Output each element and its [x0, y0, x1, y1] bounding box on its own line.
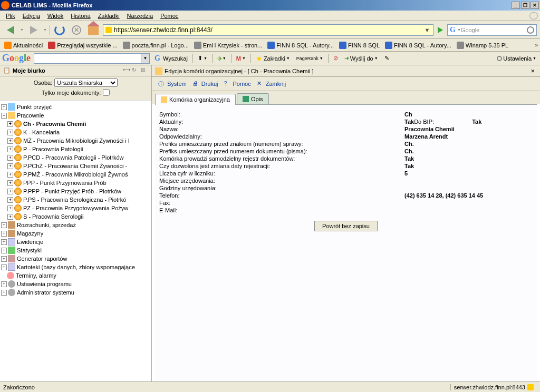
menu-tools[interactable]: Narzędzia [123, 12, 157, 20]
mydocs-checkbox[interactable] [103, 89, 110, 96]
tree-node[interactable]: P.PMŻ - Pracownia Mikrobiologii Żywnoś [23, 171, 128, 178]
gtb-share-button[interactable]: ⬗▼ [216, 55, 228, 62]
tree-node[interactable]: K - Kancelaria [23, 129, 60, 135]
tree-node[interactable]: Terminy, alarmy [16, 272, 56, 279]
bookmarks-bar: Aktualności Przeglądaj wszystkie ... poc… [0, 39, 540, 52]
tree-node[interactable]: P.PCD - Pracownia Patologii - Piotrków [23, 154, 124, 161]
tree-node[interactable]: P.PChŻ - Pracowania Chemii Żywności - [23, 163, 127, 169]
cash-icon [8, 221, 15, 229]
lock-icon [105, 27, 112, 33]
bookmark-item[interactable]: FINN 8 SQL [337, 41, 382, 50]
google-logo[interactable]: Google [2, 53, 31, 64]
orange-circle-icon [14, 171, 22, 178]
home-button[interactable] [86, 23, 101, 37]
tree-node[interactable]: Generator raportów [17, 256, 67, 262]
gtb-send-button[interactable]: ➜Wyślij do▼ [343, 55, 380, 62]
close-button[interactable]: ✕ [531, 2, 539, 9]
bookmark-item[interactable]: Przeglądaj wszystkie ... [46, 41, 119, 50]
tree-node[interactable]: PPP - Punkt Przyjmowania Prób [23, 180, 107, 186]
chart-icon [8, 247, 15, 254]
tree-node-selected[interactable]: Ch - Pracownia Chemii [23, 121, 86, 127]
panel-close-button[interactable]: × [528, 67, 537, 75]
label-symbol: Symbol: [159, 111, 404, 117]
doc-icon [8, 238, 15, 246]
tree-view[interactable]: +Punkt przyjęć −Pracownie +Ch - Pracowni… [0, 101, 151, 386]
tree-node[interactable]: Administrator systemu [17, 289, 74, 296]
menu-file[interactable]: Plik [2, 12, 19, 20]
winamp-icon [457, 42, 464, 49]
rss-icon [4, 42, 12, 49]
return-button[interactable]: Powrót bez zapisu [314, 221, 378, 231]
tree-node[interactable]: PZ - Pracownia Przygotowywania Pożyw [23, 205, 128, 211]
right-header: Edycja komórki organizacyjnej - [ Ch - P… [152, 65, 540, 77]
tree-node[interactable]: Rozrachunki, sprzedaż [17, 222, 76, 228]
gtb-up-button[interactable]: ⬆▼ [196, 55, 209, 62]
bookmark-item[interactable]: Winamp 5.35 PL [455, 41, 510, 50]
gtb-pagerank[interactable]: PageRank▼ [295, 56, 325, 61]
forward-button[interactable] [26, 23, 41, 37]
bookmark-item[interactable]: FINN 8 SQL - Autory... [383, 41, 454, 50]
go-button[interactable] [436, 25, 445, 35]
forward-dropdown[interactable]: ▼ [43, 28, 47, 32]
back-button[interactable] [3, 23, 18, 37]
tree-node[interactable]: Ustawienia programu [17, 281, 72, 287]
tree-node[interactable]: MŻ - Pracownia Mikrobiologii Żywności i … [23, 138, 130, 144]
url-bar[interactable]: https://serwer.zhwlodz.finn.pl:8443/ ▼ [103, 24, 433, 36]
bookmark-item[interactable]: Emi i Krzysiek - stron... [192, 41, 264, 50]
gtb-gmail-button[interactable]: M▼ [235, 55, 247, 62]
back-dropdown[interactable]: ▼ [20, 28, 24, 32]
bookmark-item[interactable]: FINN 8 SQL - Autory... [265, 41, 336, 50]
close-button[interactable]: ✕Zamknij [255, 79, 288, 89]
tree-node[interactable]: P.PPP - Punkt Przyjęć Prób - Piotrków [23, 188, 121, 194]
orange-circle-icon [14, 154, 22, 161]
gtb-bookmarks-button[interactable]: ★Zakładki▼ [254, 54, 292, 63]
menu-edit[interactable]: Edycja [19, 12, 44, 20]
gear-icon[interactable] [529, 12, 538, 19]
tree-node[interactable]: Pracownie [17, 112, 44, 119]
menu-view[interactable]: Widok [44, 12, 68, 20]
restore-button[interactable]: ❐ [521, 2, 529, 9]
tool-icon[interactable]: ↻ [132, 67, 139, 74]
search-box[interactable]: G▼ Google [447, 24, 537, 36]
print-button[interactable]: 🖨Drukuj [190, 79, 220, 89]
system-button[interactable]: ⓘSystem [156, 79, 189, 89]
tree-node[interactable]: S - Pracownia Serologii [23, 213, 83, 220]
bookmark-item[interactable]: Aktualności [2, 41, 45, 50]
google-toolbar: Google ▼ GWyszukaj ⬆▼ ⬗▼ M▼ ★Zakładki▼ P… [0, 52, 540, 65]
tab-description[interactable]: Opis [237, 93, 269, 104]
value-aktualny: Tak [404, 119, 414, 125]
tree-node[interactable]: Punkt przyjęć [17, 104, 52, 110]
gtb-highlight-button[interactable]: ✎ [383, 55, 391, 62]
titlebar: CELAB LIMS - Mozilla Firefox _ ❐ ✕ [0, 0, 540, 11]
mydocs-label: Tylko moje dokumenty: [42, 90, 101, 96]
tree-node[interactable]: Ewidencje [17, 239, 43, 245]
tree-node[interactable]: Magazyny [17, 230, 43, 237]
tab-org-unit[interactable]: Komórka organizacyjna [155, 94, 236, 105]
tool-icon[interactable]: ⟷ [123, 67, 130, 74]
bookmark-item[interactable]: poczta.finn.pl - Logo... [121, 41, 191, 50]
desk-icon: 📋 [3, 67, 11, 74]
tree-node[interactable]: P - Pracownia Patologii [23, 146, 83, 152]
bug-icon [48, 42, 55, 49]
search-icon[interactable] [527, 26, 534, 34]
details-form: Symbol:Ch Aktualny:TakDo BIP:Tak Nazwa:P… [159, 111, 533, 213]
gtb-settings-button[interactable]: Ustawienia▼ [495, 55, 538, 62]
menu-history[interactable]: Historia [67, 12, 94, 20]
url-dropdown[interactable]: ▼ [423, 27, 431, 33]
menu-bookmarks[interactable]: Zakładki [94, 12, 123, 20]
help-button[interactable]: ?Pomoc [221, 79, 253, 89]
gtb-block-button[interactable]: ⊘ [332, 55, 340, 62]
person-select[interactable]: Urszula Siniarska [54, 79, 118, 87]
tool-icon[interactable]: ⊞ [141, 67, 148, 74]
minimize-button[interactable]: _ [512, 2, 520, 9]
menu-help[interactable]: Pomoc [157, 12, 182, 20]
reload-button[interactable] [52, 23, 67, 37]
tree-node[interactable]: Kartoteki (bazy danych, zbiory wspomagaj… [17, 264, 135, 270]
google-search-button[interactable]: GWyszukaj [153, 54, 189, 63]
bookmarks-overflow[interactable]: » [535, 42, 538, 48]
tree-node[interactable]: Statystyki [17, 247, 42, 253]
stop-button[interactable]: ✕ [69, 23, 84, 37]
tree-node[interactable]: P.PS - Pracownia Serologiczna - Piotrkó [23, 197, 126, 203]
google-search-input[interactable]: ▼ [34, 53, 150, 64]
value-symbol: Ch [404, 111, 533, 117]
